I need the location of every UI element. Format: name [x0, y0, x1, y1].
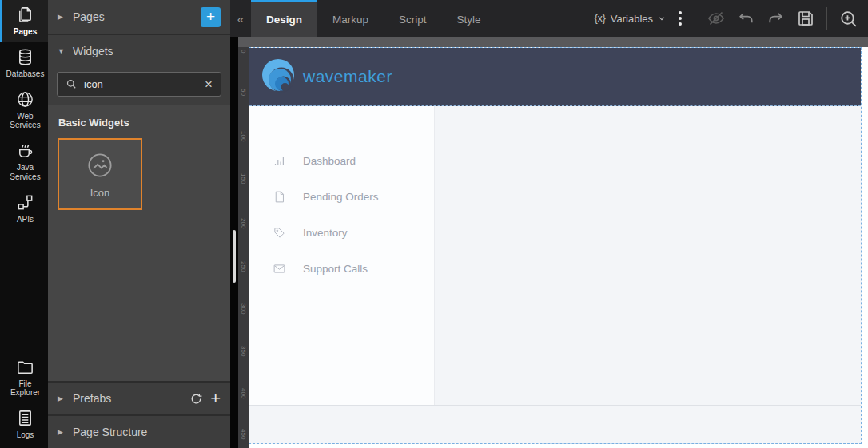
design-canvas[interactable]: wavemaker Dashboard Pending Orders Inven… — [249, 47, 862, 444]
sidebar-item-label: Logs — [17, 430, 34, 440]
sidebar-item-logs[interactable]: Logs — [0, 403, 48, 448]
brand-name: wavemaker — [303, 67, 392, 86]
pages-section-label: Pages — [73, 10, 105, 23]
ruler-label: 150 — [240, 173, 247, 184]
prefabs-section-label: Prefabs — [73, 392, 111, 405]
page-structure-section-header[interactable]: ▶ Page Structure — [48, 414, 230, 448]
pages-icon — [16, 6, 34, 24]
nav-item-label: Dashboard — [303, 155, 356, 167]
zoom-in-icon[interactable] — [838, 9, 858, 29]
variables-label: Variables — [611, 13, 653, 25]
horizontal-ruler — [238, 37, 868, 47]
collapse-panel-icon[interactable]: « — [230, 0, 251, 37]
widget-card-icon[interactable]: Icon — [58, 138, 142, 210]
nav-item-dashboard[interactable]: Dashboard — [249, 143, 434, 179]
sidebar-item-label: File Explorer — [4, 379, 46, 398]
tab-style[interactable]: Style — [442, 0, 496, 37]
tab-script[interactable]: Script — [384, 0, 442, 37]
app-content-area[interactable] — [435, 106, 861, 405]
sidebar-item-label: Databases — [6, 69, 45, 79]
ruler-label: 450 — [240, 429, 247, 439]
sidebar-item-databases[interactable]: Databases — [0, 42, 48, 85]
chevron-down-icon — [658, 14, 666, 22]
caret-right-icon: ▶ — [58, 13, 66, 21]
sidebar-item-pages[interactable]: Pages — [0, 0, 48, 42]
search-icon — [66, 78, 78, 90]
sidebar-item-label: Web Services — [4, 112, 46, 131]
logs-icon — [16, 409, 34, 427]
variables-icon: {x} — [595, 13, 606, 24]
more-options-icon[interactable] — [677, 11, 683, 26]
nav-item-label: Inventory — [303, 227, 348, 239]
ruler-label: 100 — [240, 131, 247, 141]
sidebar-item-web-services[interactable]: Web Services — [0, 85, 48, 137]
caret-down-icon: ▼ — [58, 47, 66, 55]
coffee-cup-icon — [16, 141, 34, 160]
image-placeholder-icon — [85, 150, 115, 180]
widget-search-input[interactable] — [84, 78, 198, 90]
redo-icon[interactable] — [766, 10, 785, 28]
wavemaker-logo-icon — [260, 57, 298, 96]
activity-bar: Pages Databases Web Services Java Servic… — [0, 0, 48, 448]
panel-edge-strip — [230, 37, 238, 448]
caret-right-icon: ▶ — [58, 394, 66, 402]
widgets-section-header[interactable]: ▼ Widgets — [48, 35, 230, 67]
widget-search-box[interactable]: × — [57, 72, 221, 97]
nav-item-pending-orders[interactable]: Pending Orders — [249, 179, 434, 215]
app-body: Dashboard Pending Orders Inventory Suppo… — [249, 106, 861, 405]
apis-icon — [16, 193, 34, 212]
preview-hidden-icon[interactable] — [707, 9, 726, 28]
clear-search-icon[interactable]: × — [205, 77, 213, 91]
sidebar-item-file-explorer[interactable]: File Explorer — [0, 352, 48, 404]
prefabs-section-header[interactable]: ▶ Prefabs + — [48, 381, 230, 414]
app-footer-widget[interactable] — [249, 405, 861, 443]
ruler-label: 400 — [240, 388, 247, 398]
add-page-button[interactable]: + — [201, 7, 221, 27]
ruler-label: 200 — [240, 218, 247, 228]
folder-icon — [16, 358, 34, 376]
tab-label: Style — [457, 14, 481, 26]
activity-bar-spacer — [0, 230, 48, 352]
tab-label: Script — [399, 14, 427, 26]
bar-chart-icon — [273, 154, 286, 168]
tab-design[interactable]: Design — [251, 0, 317, 37]
file-icon — [273, 190, 286, 204]
save-icon[interactable] — [796, 9, 815, 28]
sidebar-item-label: Pages — [14, 27, 37, 37]
sidebar-item-label: Java Services — [4, 163, 46, 182]
caret-right-icon: ▶ — [58, 428, 66, 436]
top-toolbar: « Design Markup Script Style {x} Variabl… — [230, 0, 868, 37]
nav-item-label: Pending Orders — [303, 191, 379, 203]
sidebar-item-label: APIs — [17, 215, 34, 224]
database-icon — [16, 48, 34, 66]
pages-section-header[interactable]: ▶ Pages + — [48, 0, 230, 35]
nav-item-inventory[interactable]: Inventory — [249, 215, 434, 251]
widget-search-area: × — [48, 67, 230, 105]
undo-icon[interactable] — [737, 10, 755, 28]
widget-card-label: Icon — [90, 187, 110, 199]
toolbar-right-group: {x} Variables — [595, 0, 868, 37]
refresh-icon[interactable] — [189, 392, 203, 406]
nav-item-label: Support Calls — [303, 263, 368, 275]
app-header-widget[interactable]: wavemaker — [249, 48, 861, 106]
panel-scrollbar[interactable] — [233, 230, 236, 283]
vertical-ruler: 0 50 100 150 200 250 300 350 400 450 — [238, 47, 249, 448]
basic-widgets-title: Basic Widgets — [48, 105, 230, 138]
toolbar-divider — [695, 7, 695, 30]
variables-dropdown[interactable]: {x} Variables — [595, 13, 666, 25]
ruler-label: 300 — [240, 303, 247, 314]
mail-icon — [273, 262, 286, 276]
sidebar-item-java-services[interactable]: Java Services — [0, 136, 48, 188]
ruler-label: 50 — [240, 89, 247, 96]
ruler-label: 250 — [240, 261, 247, 272]
toolbar-divider — [826, 7, 827, 30]
app-left-nav: Dashboard Pending Orders Inventory Suppo… — [249, 106, 435, 405]
page-structure-section-label: Page Structure — [73, 426, 147, 438]
nav-item-support-calls[interactable]: Support Calls — [249, 251, 434, 287]
add-prefab-button[interactable]: + — [210, 390, 221, 407]
sidebar-item-apis[interactable]: APIs — [0, 188, 48, 230]
widget-list-area: Basic Widgets Icon — [48, 105, 230, 381]
globe-icon — [16, 90, 34, 109]
tab-markup[interactable]: Markup — [317, 0, 384, 37]
tab-label: Design — [266, 14, 302, 26]
